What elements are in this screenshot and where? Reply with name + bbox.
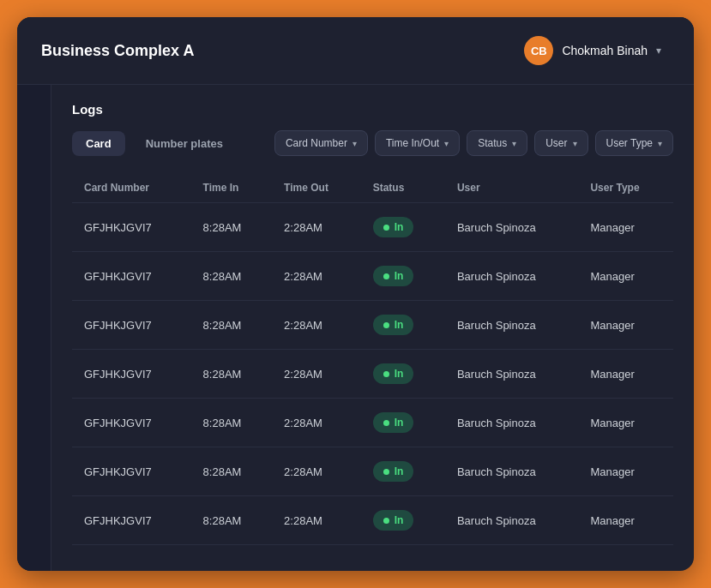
col-header-status: Status	[361, 173, 445, 203]
cell-time-out: 2:28AM	[272, 496, 361, 545]
chevron-down-icon: ▾	[656, 45, 661, 57]
cell-user: Baruch Spinoza	[445, 252, 579, 301]
status-badge: In	[373, 266, 414, 286]
status-badge: In	[373, 363, 414, 384]
cell-card-number: GFJHKJGVI7	[72, 350, 191, 399]
cell-user: Baruch Spinoza	[445, 496, 579, 545]
filter-user-type[interactable]: User Type ▾	[595, 130, 673, 156]
cell-time-in: 8:28AM	[191, 447, 273, 496]
tab-number-plates[interactable]: Number plates	[132, 131, 237, 156]
cell-time-in: 8:28AM	[191, 203, 273, 252]
filter-time-in-out[interactable]: Time In/Out ▾	[375, 130, 460, 156]
col-header-user: User	[445, 173, 579, 203]
cell-user-type: Manager	[578, 252, 673, 301]
table-row[interactable]: GFJHKJGVI7 8:28AM 2:28AM In Baruch Spino…	[72, 399, 673, 447]
filter-status[interactable]: Status ▾	[467, 130, 527, 156]
avatar: CB	[524, 36, 553, 65]
cell-user-type: Manager	[578, 496, 673, 545]
status-badge: In	[373, 315, 414, 335]
table-row[interactable]: GFJHKJGVI7 8:28AM 2:28AM In Baruch Spino…	[72, 447, 673, 496]
cell-user-type: Manager	[578, 350, 673, 399]
status-dot	[383, 322, 389, 328]
chevron-down-icon: ▾	[444, 139, 449, 148]
chevron-down-icon: ▾	[658, 139, 662, 148]
cell-time-in: 8:28AM	[191, 496, 273, 545]
status-dot	[383, 518, 389, 524]
col-header-time-out: Time Out	[272, 173, 361, 203]
table-row[interactable]: GFJHKJGVI7 8:28AM 2:28AM In Baruch Spino…	[72, 301, 673, 350]
cell-time-out: 2:28AM	[272, 350, 361, 399]
cell-time-out: 2:28AM	[272, 203, 361, 252]
col-header-card-number: Card Number	[72, 173, 191, 203]
cell-time-in: 8:28AM	[191, 301, 273, 350]
cell-card-number: GFJHKJGVI7	[72, 496, 191, 545]
filter-card-number[interactable]: Card Number ▾	[274, 130, 368, 156]
tab-card[interactable]: Card	[72, 131, 125, 156]
page-title: Business Complex A	[41, 42, 194, 60]
cell-status: In	[361, 350, 445, 399]
user-menu[interactable]: CB Chokmah Binah ▾	[515, 31, 670, 70]
cell-user-type: Manager	[578, 399, 673, 447]
cell-time-in: 8:28AM	[191, 399, 273, 447]
cell-status: In	[361, 496, 445, 545]
chevron-down-icon: ▾	[352, 139, 357, 148]
cell-status: In	[361, 399, 445, 447]
table-row[interactable]: GFJHKJGVI7 8:28AM 2:28AM In Baruch Spino…	[72, 496, 673, 545]
cell-time-in: 8:28AM	[191, 350, 273, 399]
cell-user: Baruch Spinoza	[445, 447, 579, 496]
cell-time-out: 2:28AM	[272, 447, 361, 496]
col-header-user-type: User Type	[578, 173, 673, 203]
table-row[interactable]: GFJHKJGVI7 8:28AM 2:28AM In Baruch Spino…	[72, 350, 673, 399]
content-area: Logs Card Number plates Card Number ▾ Ti…	[51, 85, 694, 571]
cell-user-type: Manager	[578, 301, 673, 350]
status-badge: In	[373, 412, 414, 433]
user-name: Chokmah Binah	[562, 44, 648, 57]
status-badge: In	[373, 461, 414, 482]
logs-table: Card Number Time In Time Out Status User…	[72, 173, 673, 545]
cell-card-number: GFJHKJGVI7	[72, 252, 191, 301]
cell-status: In	[361, 252, 445, 301]
chevron-down-icon: ▾	[573, 139, 577, 148]
cell-time-out: 2:28AM	[272, 301, 361, 350]
status-dot	[383, 420, 389, 426]
cell-user: Baruch Spinoza	[445, 399, 579, 447]
table-row[interactable]: GFJHKJGVI7 8:28AM 2:28AM In Baruch Spino…	[72, 252, 673, 301]
logs-table-container: Card Number Time In Time Out Status User…	[72, 173, 673, 554]
status-badge: In	[373, 217, 414, 237]
cell-card-number: GFJHKJGVI7	[72, 301, 191, 350]
cell-user-type: Manager	[578, 447, 673, 496]
sidebar	[17, 85, 51, 571]
cell-card-number: GFJHKJGVI7	[72, 203, 191, 252]
status-dot	[383, 469, 389, 475]
col-header-time-in: Time In	[191, 173, 273, 203]
cell-time-out: 2:28AM	[272, 399, 361, 447]
cell-time-in: 8:28AM	[191, 252, 273, 301]
status-dot	[383, 225, 389, 231]
status-badge: In	[373, 510, 414, 531]
filter-user[interactable]: User ▾	[534, 130, 587, 156]
section-title: Logs	[72, 102, 673, 117]
cell-time-out: 2:28AM	[272, 252, 361, 301]
cell-status: In	[361, 301, 445, 350]
cell-status: In	[361, 203, 445, 252]
status-dot	[383, 273, 389, 279]
chevron-down-icon: ▾	[512, 139, 516, 148]
cell-user: Baruch Spinoza	[445, 350, 579, 399]
cell-card-number: GFJHKJGVI7	[72, 399, 191, 447]
cell-user: Baruch Spinoza	[445, 301, 579, 350]
table-row[interactable]: GFJHKJGVI7 8:28AM 2:28AM In Baruch Spino…	[72, 203, 673, 252]
cell-status: In	[361, 447, 445, 496]
cell-card-number: GFJHKJGVI7	[72, 447, 191, 496]
cell-user: Baruch Spinoza	[445, 203, 579, 252]
status-dot	[383, 371, 389, 377]
cell-user-type: Manager	[578, 203, 673, 252]
toolbar: Card Number plates Card Number ▾ Time In…	[72, 130, 673, 156]
